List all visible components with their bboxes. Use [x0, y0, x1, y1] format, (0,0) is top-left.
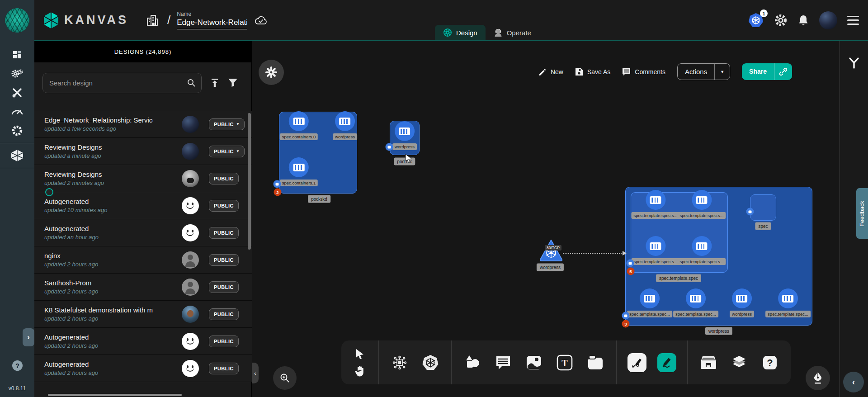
spec-box[interactable] [750, 194, 776, 221]
k8s-container-icon[interactable] [646, 190, 665, 210]
visibility-badge[interactable]: PUBLIC [209, 308, 239, 320]
design-owner-avatar [182, 116, 199, 133]
organization-icon[interactable] [146, 14, 159, 27]
kanvas-logo-text: KANVAS [64, 13, 128, 27]
k8s-container-icon[interactable] [289, 111, 309, 131]
design-name-input[interactable] [177, 17, 247, 29]
tab-operate[interactable]: Operate [486, 25, 539, 40]
comment-tool-button[interactable] [493, 353, 513, 373]
settings-gear-icon[interactable] [774, 14, 788, 27]
design-list-item[interactable]: Edge–Network–Relationship: Serviceupdate… [34, 111, 252, 138]
feedback-tab[interactable]: Feedback [856, 188, 868, 239]
note-tool-button[interactable] [585, 353, 605, 373]
issue-count-badge[interactable]: 5 [627, 268, 635, 275]
k8s-container-icon[interactable] [646, 236, 665, 256]
service-to-deployment-edge[interactable] [563, 253, 625, 254]
k8s-container-icon[interactable] [335, 111, 355, 131]
layers-tool-button[interactable] [729, 353, 749, 373]
visibility-badge[interactable]: PUBLIC [209, 336, 239, 347]
left-sidebar: › ? v0.8.11 [0, 0, 34, 397]
comments-button[interactable]: Comments [622, 68, 665, 76]
container-node: wordpress [333, 111, 357, 140]
design-list-item[interactable]: Autogeneratedupdated 2 hours ago PUBLIC [34, 355, 252, 382]
design-list-item[interactable]: Santhosh-Promupdated 2 hours ago PUBLIC [34, 274, 252, 301]
new-button[interactable]: New [538, 68, 563, 76]
zoom-in-button[interactable] [273, 366, 297, 390]
notifications-bell-icon[interactable] [797, 14, 809, 27]
chevron-down-icon[interactable]: ▼ [714, 64, 730, 80]
menu-hamburger-icon[interactable] [847, 16, 859, 25]
k8s-container-icon[interactable] [692, 236, 712, 256]
tab-design[interactable]: Design [435, 25, 486, 40]
visibility-badge[interactable]: PUBLIC [209, 281, 239, 293]
kubernetes-tool-button[interactable] [420, 353, 440, 373]
sidebar-item-performance[interactable] [0, 102, 34, 121]
sidebar-item-extensions[interactable] [0, 121, 34, 140]
panel-collapse-button[interactable]: ‹ [252, 363, 259, 383]
visibility-select[interactable]: PUBLIC▼ [209, 146, 245, 157]
design-list-item[interactable]: Reviewing Designsupdated a minute ago PU… [34, 138, 252, 165]
visibility-select[interactable]: PUBLIC▼ [209, 118, 245, 130]
publish-upload-icon[interactable] [210, 78, 220, 88]
visibility-badge[interactable]: PUBLIC [209, 254, 239, 266]
visibility-badge[interactable]: PUBLIC [209, 363, 239, 374]
help-tool-button[interactable]: ? [760, 353, 780, 373]
shapes-tool-button[interactable] [462, 353, 482, 373]
image-tool-button[interactable] [524, 353, 544, 373]
design-tab-icon [443, 28, 452, 37]
design-list-item[interactable]: Autogeneratedupdated an hour ago PUBLIC [34, 219, 252, 246]
vertical-scrollbar[interactable] [248, 113, 251, 250]
visibility-badge[interactable]: PUBLIC [209, 173, 239, 184]
pen-tool-button[interactable] [627, 353, 646, 372]
visibility-badge[interactable]: PUBLIC [209, 227, 239, 239]
select-tool-button[interactable] [352, 348, 368, 360]
pod-badge-icon [622, 312, 630, 320]
flow-branch-icon[interactable] [840, 57, 868, 69]
integrations-tool-button[interactable] [390, 353, 410, 373]
design-list-item[interactable]: nginxupdated 2 hours ago PUBLIC [34, 246, 252, 274]
k8s-container-icon[interactable] [732, 288, 752, 308]
design-canvas[interactable]: New Save As Comments Actions ▼ [252, 41, 840, 397]
copy-link-icon[interactable] [774, 63, 792, 80]
drawer-tool-button[interactable] [698, 353, 718, 373]
save-as-button[interactable]: Save As [575, 68, 610, 76]
issue-count-badge[interactable]: 2 [274, 189, 282, 196]
k8s-container-icon[interactable] [692, 190, 712, 210]
kubernetes-context-button[interactable]: 1 [748, 12, 764, 28]
sidebar-item-dashboard[interactable] [0, 45, 34, 64]
design-list-item[interactable]: Autogeneratedupdated 2 hours ago PUBLIC [34, 328, 252, 355]
text-tool-button[interactable]: T [555, 353, 575, 373]
dock-toggle-button[interactable] [259, 60, 284, 85]
actions-split-button[interactable]: Actions ▼ [677, 63, 730, 80]
filter-icon[interactable] [228, 78, 238, 87]
pen-nib-button[interactable] [806, 366, 830, 390]
search-input[interactable] [49, 79, 187, 87]
design-list-item[interactable]: K8 Statefulset demonstration with monupd… [34, 301, 252, 328]
sketch-tool-button[interactable] [657, 353, 676, 372]
gauge-icon [11, 108, 24, 116]
k8s-container-icon[interactable] [395, 121, 415, 141]
design-list-item[interactable]: Autogeneratedupdated 10 minutes ago PUBL… [34, 192, 252, 219]
design-list-item[interactable]: Reviewing Designsupdated 2 minutes ago P… [34, 165, 252, 192]
share-split-button[interactable]: Share [742, 63, 792, 80]
designs-panel: DESIGNS (24,898) [34, 41, 252, 397]
horizontal-scrollbar[interactable] [48, 394, 182, 396]
issue-count-badge[interactable]: 3 [622, 320, 630, 328]
kanvas-logo[interactable]: KANVAS [42, 11, 128, 29]
help-button[interactable]: ? [12, 360, 23, 371]
k8s-container-icon[interactable] [640, 288, 660, 308]
sidebar-item-lifecycle[interactable] [0, 64, 34, 83]
sidebar-expand-button[interactable]: › [23, 328, 34, 346]
meshery-logo-icon[interactable] [5, 8, 29, 33]
collapse-right-button[interactable]: ‹ [843, 372, 864, 392]
k8s-container-icon[interactable] [778, 288, 798, 308]
service-node[interactable] [538, 239, 564, 262]
k8s-container-icon[interactable] [686, 288, 706, 308]
pan-tool-button[interactable] [352, 365, 368, 377]
search-icon[interactable] [187, 78, 196, 87]
visibility-badge[interactable]: PUBLIC [209, 200, 239, 212]
user-avatar[interactable] [819, 11, 837, 29]
sidebar-item-kanvas[interactable] [0, 146, 34, 165]
sidebar-item-configuration[interactable] [0, 83, 34, 102]
k8s-container-icon[interactable] [289, 157, 309, 177]
